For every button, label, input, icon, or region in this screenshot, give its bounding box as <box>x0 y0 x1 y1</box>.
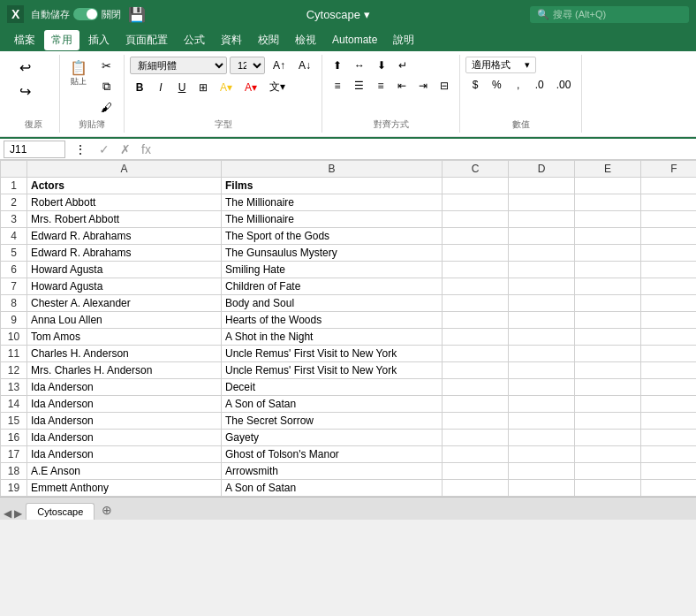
cell-c15[interactable] <box>443 413 509 430</box>
undo-button[interactable]: ↩ <box>12 57 37 79</box>
menu-home[interactable]: 常用 <box>44 30 79 50</box>
menu-insert[interactable]: 插入 <box>81 30 117 50</box>
copy-button[interactable]: ⧉ <box>94 77 118 96</box>
cell-d8[interactable] <box>509 295 575 312</box>
fill-color-button[interactable]: A▾ <box>215 79 238 96</box>
menu-automate[interactable]: Automate <box>325 31 384 49</box>
menu-help[interactable]: 說明 <box>386 30 421 50</box>
cell-f10[interactable] <box>641 329 697 346</box>
cell-e12[interactable] <box>575 362 641 379</box>
cell-b12[interactable]: Uncle Remus' First Visit to New York <box>222 362 443 379</box>
cell-a14[interactable]: Ida Anderson <box>27 396 222 413</box>
cell-b11[interactable]: Uncle Remus' First Visit to New York <box>222 346 443 362</box>
cell-a15[interactable]: Ida Anderson <box>27 413 222 430</box>
decrease-decimal-button[interactable]: .0 <box>530 76 549 94</box>
paste-button[interactable]: 📋 貼上 <box>65 57 92 90</box>
cell-f12[interactable] <box>641 362 697 379</box>
percent-button[interactable]: % <box>487 76 507 94</box>
cell-e13[interactable] <box>575 379 641 396</box>
cell-f5[interactable] <box>641 245 697 262</box>
cell-c1[interactable] <box>443 178 509 194</box>
col-header-d[interactable]: D <box>509 161 575 178</box>
cell-f7[interactable] <box>641 278 697 295</box>
cell-b15[interactable]: The Secret Sorrow <box>222 413 443 430</box>
number-format-dropdown[interactable]: 適用格式▾ <box>465 57 536 73</box>
cell-a11[interactable]: Charles H. Anderson <box>27 346 222 362</box>
autosave-toggle[interactable] <box>73 8 98 20</box>
cell-d14[interactable] <box>509 396 575 413</box>
cell-e4[interactable] <box>575 228 641 245</box>
cjk-layout-button[interactable]: 文▾ <box>264 77 291 97</box>
cell-f3[interactable] <box>641 211 697 228</box>
search-box[interactable]: 🔍 <box>530 6 689 23</box>
cell-f1[interactable] <box>641 178 697 194</box>
cell-b19[interactable]: A Son of Satan <box>222 480 443 497</box>
cell-a6[interactable]: Howard Agusta <box>27 262 222 278</box>
cell-f9[interactable] <box>641 312 697 329</box>
cell-c2[interactable] <box>443 194 509 211</box>
cell-a9[interactable]: Anna Lou Allen <box>27 312 222 329</box>
cell-c10[interactable] <box>443 329 509 346</box>
cell-d11[interactable] <box>509 346 575 362</box>
cell-c3[interactable] <box>443 211 509 228</box>
formula-input[interactable] <box>158 143 692 156</box>
decrease-font-button[interactable]: A↓ <box>293 57 316 74</box>
cell-e8[interactable] <box>575 295 641 312</box>
font-size-select[interactable]: 12 <box>230 57 265 74</box>
menu-review[interactable]: 校閱 <box>251 30 286 50</box>
cell-b4[interactable]: The Sport of the Gods <box>222 228 443 245</box>
cell-b2[interactable]: The Millionaire <box>222 194 443 211</box>
cell-b18[interactable]: Arrowsmith <box>222 463 443 480</box>
bold-button[interactable]: B <box>130 79 149 96</box>
cell-d6[interactable] <box>509 262 575 278</box>
cell-b7[interactable]: Children of Fate <box>222 278 443 295</box>
cell-b1[interactable]: Films <box>222 178 443 194</box>
sheet-tab-cytoscape[interactable]: Cytoscape <box>26 503 95 520</box>
cell-a7[interactable]: Howard Agusta <box>27 278 222 295</box>
menu-file[interactable]: 檔案 <box>7 30 42 50</box>
cell-d9[interactable] <box>509 312 575 329</box>
cell-a16[interactable]: Ida Anderson <box>27 430 222 446</box>
cell-b5[interactable]: The Gunsaulus Mystery <box>222 245 443 262</box>
col-header-f[interactable]: F <box>641 161 697 178</box>
col-header-a[interactable]: A <box>27 161 222 178</box>
formula-fx[interactable]: fx <box>138 142 155 156</box>
cell-d10[interactable] <box>509 329 575 346</box>
cell-b17[interactable]: Ghost of Tolson's Manor <box>222 446 443 463</box>
cell-e19[interactable] <box>575 480 641 497</box>
formula-check[interactable]: ✓ <box>95 142 113 156</box>
tab-scroll-arrows[interactable]: ◀ ▶ <box>4 507 22 520</box>
cell-d13[interactable] <box>509 379 575 396</box>
cell-e2[interactable] <box>575 194 641 211</box>
cell-ref-input[interactable] <box>4 141 65 158</box>
cell-d15[interactable] <box>509 413 575 430</box>
cell-d5[interactable] <box>509 245 575 262</box>
menu-formulas[interactable]: 公式 <box>177 30 212 50</box>
increase-indent-button[interactable]: ⇥ <box>413 77 433 95</box>
save-button[interactable]: 💾 <box>128 6 146 23</box>
align-right-button[interactable]: ≡ <box>371 77 390 95</box>
merge-button[interactable]: ⊟ <box>435 77 454 95</box>
formula-bar-menu[interactable]: ⋮ <box>69 140 92 159</box>
cell-a18[interactable]: A.E Anson <box>27 463 222 480</box>
wrap-text-button[interactable]: ↵ <box>393 57 412 74</box>
cell-b3[interactable]: The Millionaire <box>222 211 443 228</box>
cell-f14[interactable] <box>641 396 697 413</box>
cell-c17[interactable] <box>443 446 509 463</box>
cell-a5[interactable]: Edward R. Abrahams <box>27 245 222 262</box>
cell-f17[interactable] <box>641 446 697 463</box>
cell-d16[interactable] <box>509 430 575 446</box>
cell-f16[interactable] <box>641 430 697 446</box>
cell-c6[interactable] <box>443 262 509 278</box>
increase-decimal-button[interactable]: .00 <box>551 76 577 94</box>
align-middle-button[interactable]: ↔ <box>349 57 370 74</box>
cell-a19[interactable]: Emmett Anthony <box>27 480 222 497</box>
cell-b10[interactable]: A Shot in the Night <box>222 329 443 346</box>
currency-button[interactable]: $ <box>465 76 485 94</box>
cell-d12[interactable] <box>509 362 575 379</box>
cell-e3[interactable] <box>575 211 641 228</box>
cell-c12[interactable] <box>443 362 509 379</box>
col-header-b[interactable]: B <box>222 161 443 178</box>
cell-a3[interactable]: Mrs. Robert Abbott <box>27 211 222 228</box>
format-painter-button[interactable]: 🖌 <box>94 98 118 117</box>
